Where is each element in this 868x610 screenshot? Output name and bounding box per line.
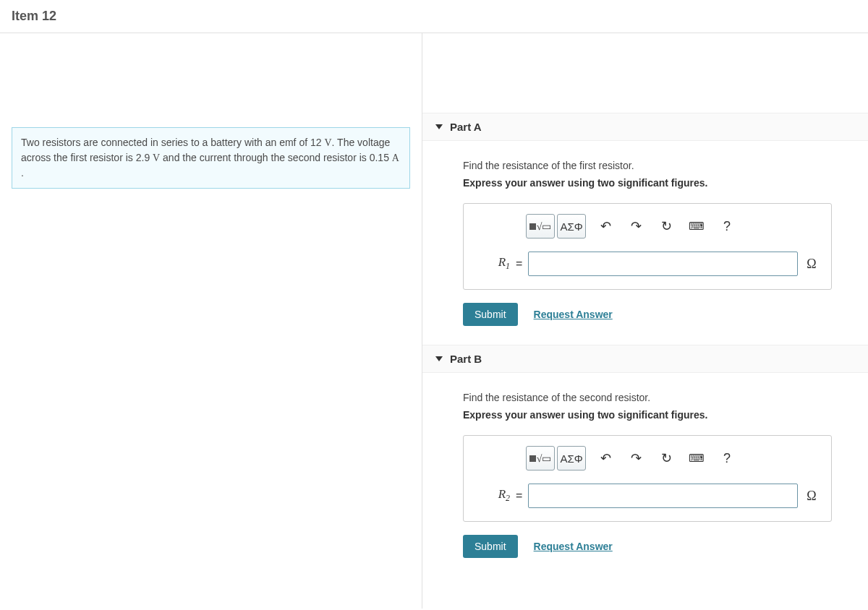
part-b-submit-button[interactable]: Submit	[463, 535, 518, 558]
template-button[interactable]: √▭	[526, 214, 555, 239]
part-a-body: Find the resistance of the first resisto…	[422, 141, 868, 345]
part-b-request-answer-link[interactable]: Request Answer	[534, 541, 613, 552]
part-b-title: Part B	[450, 353, 482, 365]
problem-text: Two resistors are connected in series to…	[21, 137, 324, 148]
redo-icon[interactable]: ↷	[626, 217, 645, 236]
caret-down-icon	[435, 356, 443, 361]
part-a-actions: Submit Request Answer	[463, 303, 854, 326]
equals-sign: =	[516, 257, 522, 270]
problem-text: .	[21, 167, 24, 179]
part-a-answer-frame: √▭ ΑΣΦ ↶ ↷ ↻ ⌨ ? R1 = Ω	[463, 203, 832, 290]
equals-sign: =	[516, 489, 522, 502]
problem-column: Two resistors are connected in series to…	[0, 33, 422, 609]
main-layout: Two resistors are connected in series to…	[0, 33, 868, 609]
reset-icon[interactable]: ↻	[657, 449, 676, 468]
part-b-toggle[interactable]: Part B	[422, 345, 868, 373]
toolbar-right-icons: ↶ ↷ ↻ ⌨ ?	[596, 449, 736, 468]
undo-icon[interactable]: ↶	[596, 217, 615, 236]
problem-unit: V	[153, 152, 160, 163]
part-a-prompt: Find the resistance of the first resisto…	[463, 160, 854, 171]
page-header: Item 12	[0, 0, 868, 33]
redo-icon[interactable]: ↷	[626, 449, 645, 468]
part-a-title: Part A	[450, 121, 482, 133]
part-b-variable: R2	[475, 487, 510, 504]
part-a-request-answer-link[interactable]: Request Answer	[534, 309, 613, 320]
part-b-prompt: Find the resistance of the second resist…	[463, 392, 854, 403]
part-b-toolbar: √▭ ΑΣΦ ↶ ↷ ↻ ⌨ ?	[526, 446, 820, 471]
part-a-submit-button[interactable]: Submit	[463, 303, 518, 326]
problem-unit: A	[392, 152, 399, 163]
template-icon: √▭	[529, 220, 552, 233]
part-b-answer-frame: √▭ ΑΣΦ ↶ ↷ ↻ ⌨ ? R2 = Ω	[463, 435, 832, 522]
problem-unit: V	[324, 137, 331, 148]
part-a-variable: R1	[475, 255, 510, 272]
part-a-hint: Express your answer using two significan…	[463, 177, 854, 189]
part-b-unit: Ω	[804, 489, 820, 504]
part-a-input-row: R1 = Ω	[475, 252, 820, 276]
keyboard-icon[interactable]: ⌨	[687, 449, 706, 468]
equation-tool-group: √▭ ΑΣΦ	[526, 214, 586, 239]
greek-button[interactable]: ΑΣΦ	[557, 214, 586, 239]
part-a-unit: Ω	[804, 257, 820, 272]
template-button[interactable]: √▭	[526, 446, 555, 471]
part-b-actions: Submit Request Answer	[463, 535, 854, 558]
equation-tool-group: √▭ ΑΣΦ	[526, 446, 586, 471]
problem-statement: Two resistors are connected in series to…	[12, 127, 410, 189]
caret-down-icon	[435, 124, 443, 129]
part-a-answer-input[interactable]	[528, 252, 798, 276]
part-a-toggle[interactable]: Part A	[422, 113, 868, 141]
page-title: Item 12	[12, 9, 856, 24]
help-icon[interactable]: ?	[718, 217, 736, 236]
part-b-input-row: R2 = Ω	[475, 484, 820, 508]
part-b-answer-input[interactable]	[528, 484, 798, 508]
reset-icon[interactable]: ↻	[657, 217, 676, 236]
keyboard-icon[interactable]: ⌨	[687, 217, 706, 236]
part-b-hint: Express your answer using two significan…	[463, 409, 854, 421]
part-a-toolbar: √▭ ΑΣΦ ↶ ↷ ↻ ⌨ ?	[526, 214, 820, 239]
answer-column: Part A Find the resistance of the first …	[422, 33, 868, 609]
greek-button[interactable]: ΑΣΦ	[557, 446, 586, 471]
part-b-body: Find the resistance of the second resist…	[422, 373, 868, 577]
toolbar-right-icons: ↶ ↷ ↻ ⌨ ?	[596, 217, 736, 236]
problem-text: and the current through the second resis…	[160, 152, 392, 163]
undo-icon[interactable]: ↶	[596, 449, 615, 468]
help-icon[interactable]: ?	[718, 449, 736, 468]
template-icon: √▭	[529, 452, 552, 465]
